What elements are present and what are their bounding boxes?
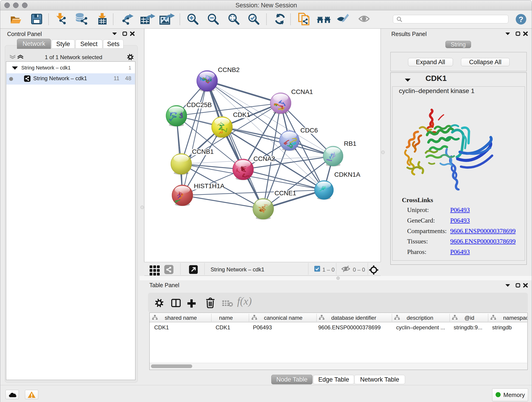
svg-text:CCNA1: CCNA1 xyxy=(291,88,313,95)
svg-text:?: ? xyxy=(519,15,524,24)
svg-text:CDC6: CDC6 xyxy=(300,127,318,134)
svg-text:CCNB1: CCNB1 xyxy=(192,148,214,155)
svg-text:CCNB2: CCNB2 xyxy=(218,66,240,73)
svg-text:CDC25B: CDC25B xyxy=(186,101,212,108)
svg-text:RB1: RB1 xyxy=(344,140,356,147)
svg-text:CCNE1: CCNE1 xyxy=(274,190,296,197)
svg-text:CCNA2: CCNA2 xyxy=(253,155,275,162)
svg-text:HIST1H1A: HIST1H1A xyxy=(194,182,225,190)
svg-text:CDKN1A: CDKN1A xyxy=(334,171,360,178)
svg-text:CDK1: CDK1 xyxy=(233,111,250,118)
